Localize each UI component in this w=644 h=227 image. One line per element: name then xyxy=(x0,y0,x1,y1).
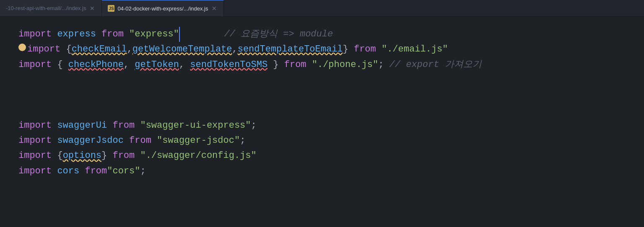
code-line-5 xyxy=(18,88,644,103)
keyword-from-7: from xyxy=(112,118,135,133)
keyword-from-3: from xyxy=(284,57,306,72)
keyword-import-3: import xyxy=(18,57,52,72)
space-3b xyxy=(63,57,68,72)
identifier-express: express xyxy=(52,27,101,42)
space-3c xyxy=(267,57,273,72)
string-swagger-ui: "swagger-ui-express" xyxy=(140,118,251,133)
code-line-1: import express from "express" // 요즘방식 =>… xyxy=(18,27,644,42)
semi-7: ; xyxy=(251,118,257,133)
identifier-sendTemplateToEmail: sendTemplateToEmail xyxy=(238,42,343,57)
semi-3: ; xyxy=(378,57,389,72)
tab-docker-express-close[interactable]: ✕ xyxy=(211,5,218,12)
tab-rest-api-label: -10-rest-api-with-email/.../index.js xyxy=(6,5,86,11)
brace-open-9: { xyxy=(57,148,62,163)
lightbulb-icon xyxy=(18,44,26,51)
brace-open-2: { xyxy=(66,42,71,57)
identifier-sendTokenToSMS: sendTokenToSMS xyxy=(190,57,267,72)
code-line-6 xyxy=(18,103,644,118)
code-line-2: import { checkEmail , getWelcomeTemplate… xyxy=(18,42,644,57)
brace-close-2: } xyxy=(343,42,348,57)
comma-3a: , xyxy=(124,57,135,72)
keyword-import-2: import xyxy=(27,42,60,57)
space-3e xyxy=(306,57,312,72)
comment-1: // 요즘방식 => module xyxy=(180,27,333,42)
keyword-import-9: import xyxy=(18,148,52,163)
identifier-getWelcomeTemplate: getWelcomeTemplate xyxy=(132,42,232,57)
string-phone: "./phone.js" xyxy=(312,57,378,72)
string-swagger-jsdoc: "swagger-jsdoc" xyxy=(157,133,240,148)
space-9c xyxy=(135,148,140,163)
identifier-checkPhone: checkPhone xyxy=(68,57,124,72)
brace-close-9: } xyxy=(101,148,107,163)
identifier-cors: cors xyxy=(52,164,85,179)
tab-rest-api-close[interactable]: ✕ xyxy=(89,5,96,12)
code-editor: import express from "express" // 요즘방식 =>… xyxy=(0,17,644,189)
js-icon: JS xyxy=(108,5,114,12)
code-line-8: import swaggerJsdoc from "swagger-jsdoc"… xyxy=(18,133,644,148)
keyword-from-10: from xyxy=(85,164,107,179)
comma-2a: , xyxy=(127,42,132,57)
identifier-swaggerUi: swaggerUi xyxy=(52,118,112,133)
space-9b xyxy=(107,148,112,163)
space-2b xyxy=(348,42,354,57)
tab-docker-express[interactable]: JS 04-02-docker-with-express/.../index.j… xyxy=(102,0,224,16)
keyword-import-1: import xyxy=(18,27,52,42)
keyword-import-8: import xyxy=(18,133,52,148)
comma-2b: , xyxy=(232,42,238,57)
code-line-4 xyxy=(18,72,644,88)
keyword-import-7: import xyxy=(18,118,52,133)
keyword-from-1: from xyxy=(101,27,124,42)
string-email: "./email.js" xyxy=(382,42,448,57)
string-swagger-config: "./swagger/config.js" xyxy=(140,148,256,163)
string-express: "express" xyxy=(129,27,180,42)
brace-open-3: { xyxy=(57,57,62,72)
space-1 xyxy=(124,27,129,42)
space-7 xyxy=(135,118,140,133)
code-line-7: import swaggerUi from "swagger-ui-expres… xyxy=(18,118,644,133)
identifier-checkEmail: checkEmail xyxy=(72,42,127,57)
space-2c xyxy=(376,42,382,57)
comma-3b: , xyxy=(179,57,190,72)
string-cors: "cors" xyxy=(107,164,140,179)
code-line-10: import cors from "cors" ; xyxy=(18,164,644,179)
comment-3: // export 가져오기 xyxy=(390,57,482,72)
tab-bar: -10-rest-api-with-email/.../index.js ✕ J… xyxy=(0,0,644,17)
tab-rest-api[interactable]: -10-rest-api-with-email/.../index.js ✕ xyxy=(0,0,102,16)
keyword-from-9: from xyxy=(112,148,135,163)
space-3a xyxy=(52,57,57,72)
space-8 xyxy=(151,133,157,148)
identifier-swaggerJsdoc: swaggerJsdoc xyxy=(52,133,129,148)
space-9a xyxy=(52,148,57,163)
code-line-3: import { checkPhone , getToken , sendTok… xyxy=(18,57,644,72)
identifier-getToken: getToken xyxy=(135,57,179,72)
tab-docker-express-label: 04-02-docker-with-express/.../index.js xyxy=(117,5,208,12)
space-3d xyxy=(279,57,284,72)
brace-close-3: } xyxy=(273,57,278,72)
semi-10: ; xyxy=(140,164,145,179)
code-line-9: import { options } from "./swagger/confi… xyxy=(18,148,644,163)
keyword-from-2: from xyxy=(354,42,376,57)
keyword-from-8: from xyxy=(129,133,151,148)
keyword-import-10: import xyxy=(18,164,52,179)
semi-8: ; xyxy=(240,133,245,148)
space-2a xyxy=(60,42,66,57)
identifier-options: options xyxy=(63,148,101,163)
